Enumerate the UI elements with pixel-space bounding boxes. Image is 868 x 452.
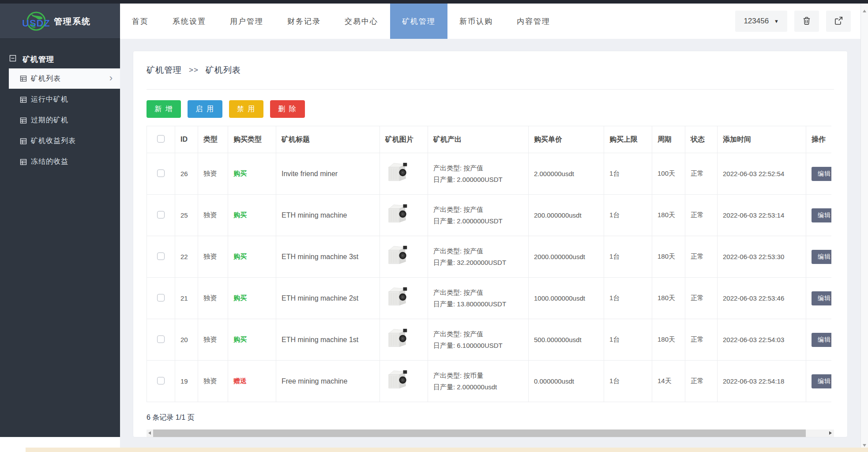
sidebar-item-frozen-income[interactable]: 冻结的收益 (0, 151, 120, 172)
scroll-left-arrow-icon[interactable] (148, 431, 151, 435)
table-row: 21 独资 购买 ETH mining machine 2st (147, 278, 832, 319)
cell-output: 产出类型: 按产值 日产量: 32.200000USDT (428, 236, 529, 278)
output-type-text: 产出类型: 按产值 (433, 204, 528, 215)
cell-limit: 1台 (604, 319, 652, 361)
nav-tab-finance-records[interactable]: 财务记录 (275, 4, 333, 39)
row-checkbox[interactable] (157, 377, 165, 384)
cell-output: 产出类型: 按产值 日产量: 13.800000USDT (428, 278, 529, 319)
edit-button[interactable]: 编辑 (812, 208, 831, 222)
cell-image (380, 361, 428, 402)
cell-limit: 1台 (604, 153, 652, 195)
breadcrumb-current: 矿机列表 (206, 64, 241, 76)
list-icon (20, 75, 27, 82)
sidebar-item-label: 矿机收益列表 (31, 136, 76, 146)
window-bottom-strip (26, 448, 868, 452)
cell-id: 19 (175, 361, 198, 402)
cell-output: 产出类型: 按产值 日产量: 6.100000USDT (428, 319, 529, 361)
cell-output: 产出类型: 按币量 日产量: 2.000000usdt (428, 361, 529, 402)
cell-title: ETH mining machine (276, 195, 380, 236)
nav-tab-user-management[interactable]: 用户管理 (218, 4, 275, 39)
table-row: 19 独资 赠送 Free mining machine (147, 361, 832, 402)
horizontal-scrollbar[interactable] (147, 429, 834, 437)
table-row: 26 独资 购买 Invite friend miner (147, 153, 832, 195)
cell-image (380, 319, 428, 361)
breadcrumb-parent[interactable]: 矿机管理 (147, 64, 182, 76)
account-label: 123456 (744, 17, 769, 26)
nav-tab-system-settings[interactable]: 系统设置 (161, 4, 218, 39)
cell-actions: 编辑 (806, 195, 832, 236)
sidebar-item-running-miners[interactable]: 运行中矿机 (0, 89, 120, 110)
header-id: ID (175, 126, 198, 153)
header-type: 类型 (198, 126, 228, 153)
miner-image (385, 261, 411, 269)
cell-id: 21 (175, 278, 198, 319)
cell-actions: 编辑 (806, 153, 832, 195)
edit-button[interactable]: 编辑 (812, 291, 831, 305)
row-checkbox[interactable] (157, 170, 165, 177)
trash-button[interactable] (794, 11, 819, 32)
row-checkbox-cell (147, 153, 175, 195)
scroll-down-arrow-icon[interactable] (863, 444, 866, 447)
nav-tab-content-management[interactable]: 内容管理 (505, 4, 562, 39)
sidebar-item-miner-list[interactable]: 矿机列表 › (9, 68, 120, 89)
scroll-up-arrow-icon[interactable] (863, 10, 866, 12)
top-navbar: 首页 系统设置 用户管理 财务记录 交易中心 矿机管理 新币认购 内容管理 12… (120, 4, 860, 39)
cell-status: 正常 (685, 278, 718, 319)
account-dropdown[interactable]: 123456 ▼ (735, 11, 787, 32)
row-checkbox-cell (147, 195, 175, 236)
row-checkbox[interactable] (157, 335, 165, 343)
sidebar-section-miner-management[interactable]: 矿机管理 (0, 50, 120, 68)
breadcrumb: 矿机管理 >> 矿机列表 (147, 51, 834, 89)
cell-buy-type: 购买 (228, 195, 276, 236)
sidebar-item-miner-income-list[interactable]: 矿机收益列表 (0, 131, 120, 151)
edit-button[interactable]: 编辑 (812, 250, 831, 264)
cell-image (380, 153, 428, 195)
daily-output-text: 日产量: 6.100000USDT (433, 340, 528, 351)
cell-created: 2022-06-03 22:54:18 (718, 361, 806, 402)
nav-tab-trade-center[interactable]: 交易中心 (333, 4, 390, 39)
row-checkbox[interactable] (157, 294, 165, 301)
delete-button[interactable]: 删 除 (270, 100, 304, 118)
header-price: 购买单价 (529, 126, 604, 153)
row-checkbox-cell (147, 278, 175, 319)
breadcrumb-separator: >> (189, 66, 199, 75)
scroll-right-arrow-icon[interactable] (829, 431, 832, 435)
table-header-row: ID 类型 购买类型 矿机标题 矿机图片 矿机产出 购买单价 购买上限 周期 状… (147, 126, 832, 153)
record-summary: 6 条记录 1/1 页 (147, 402, 834, 429)
header-title: 矿机标题 (276, 126, 380, 153)
header-output: 矿机产出 (428, 126, 529, 153)
chevron-right-icon: › (109, 72, 113, 84)
nav-tab-miner-management[interactable]: 矿机管理 (390, 4, 447, 39)
output-type-text: 产出类型: 按币量 (433, 370, 528, 381)
horizontal-scrollbar-thumb[interactable] (153, 429, 806, 437)
cell-created: 2022-06-03 22:53:46 (718, 278, 806, 319)
enable-button[interactable]: 启 用 (188, 100, 222, 118)
page-vertical-scrollbar[interactable] (860, 4, 868, 452)
cell-type: 独资 (198, 278, 228, 319)
sidebar-item-expired-miners[interactable]: 过期的矿机 (0, 110, 120, 131)
list-icon (20, 96, 27, 103)
row-checkbox[interactable] (157, 252, 165, 260)
nav-tab-new-coin-subscription[interactable]: 新币认购 (447, 4, 505, 39)
cell-actions: 编辑 (806, 278, 832, 319)
trash-icon (802, 16, 812, 27)
select-all-checkbox[interactable] (157, 135, 165, 143)
cell-id: 22 (175, 236, 198, 278)
row-checkbox[interactable] (157, 211, 165, 218)
cell-cycle: 100天 (652, 153, 685, 195)
edit-button[interactable]: 编辑 (812, 374, 831, 388)
daily-output-text: 日产量: 32.200000USDT (433, 257, 528, 268)
cell-price: 1000.000000usdt (529, 278, 604, 319)
disable-button[interactable]: 禁 用 (229, 100, 263, 118)
header-limit: 购买上限 (604, 126, 652, 153)
cell-price: 2.000000usdt (529, 153, 604, 195)
edit-button[interactable]: 编辑 (812, 167, 831, 181)
miner-table-body: 26 独资 购买 Invite friend miner (147, 153, 832, 402)
cell-actions: 编辑 (806, 236, 832, 278)
nav-tab-home[interactable]: 首页 (120, 4, 161, 39)
export-button[interactable] (826, 11, 851, 32)
export-icon (834, 16, 843, 27)
edit-button[interactable]: 编辑 (812, 333, 831, 347)
add-button[interactable]: 新 增 (147, 100, 181, 118)
miner-image (385, 386, 411, 393)
